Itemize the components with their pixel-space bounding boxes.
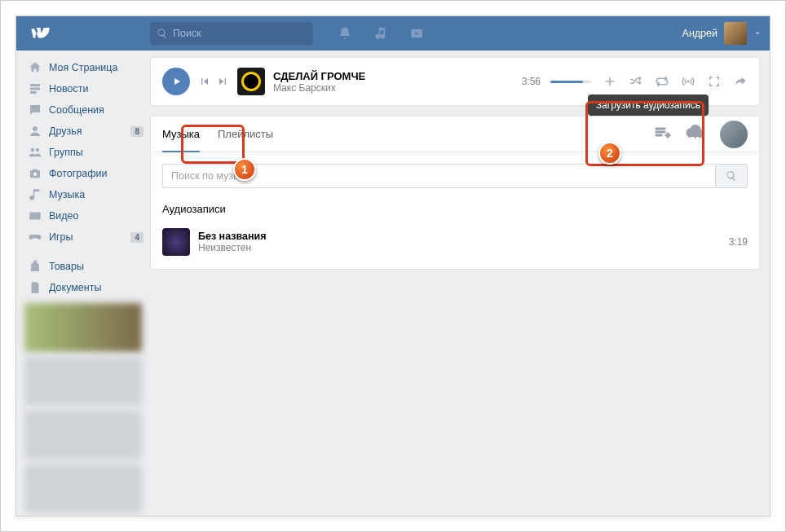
username: Андрей — [682, 28, 718, 39]
svg-point-3 — [36, 148, 40, 152]
news-icon — [28, 81, 42, 96]
sidebar-item-music[interactable]: Музыка — [16, 184, 150, 205]
bell-icon[interactable] — [338, 26, 352, 41]
prev-track-icon[interactable] — [198, 75, 211, 88]
blurred-widget — [24, 411, 142, 459]
audio-title: Без названия — [198, 231, 267, 242]
upload-tooltip: Загрузить аудиозапись — [588, 95, 709, 116]
chevron-down-icon — [753, 29, 762, 37]
audio-duration: 3:19 — [729, 236, 748, 248]
share-icon[interactable] — [733, 74, 748, 89]
games-icon — [28, 230, 42, 244]
tab-music[interactable]: Музыка — [162, 117, 200, 152]
blurred-widget — [24, 464, 142, 513]
avatar — [724, 22, 747, 45]
games-badge: 4 — [130, 232, 144, 243]
global-search-placeholder: Поиск — [173, 28, 201, 39]
user-avatar[interactable] — [720, 121, 748, 148]
topbar-icons — [338, 26, 424, 41]
friends-badge: 8 — [130, 126, 144, 137]
shuffle-icon[interactable] — [629, 74, 643, 89]
track-time: 3:56 — [522, 76, 541, 87]
expand-icon[interactable] — [707, 74, 722, 89]
global-search[interactable]: Поиск — [150, 22, 313, 45]
playlist-add-icon[interactable] — [653, 123, 673, 143]
sidebar-item-friends[interactable]: Друзья8 — [16, 121, 150, 142]
sidebar-item-my-page[interactable]: Моя Страница — [16, 57, 150, 78]
search-icon — [726, 170, 737, 182]
main-content: СДЕЛАЙ ГРОМЧЕ Макс Барских 3:56 Музыка — [150, 51, 770, 517]
play-icon — [171, 76, 183, 87]
music-card: Музыка Плейлисты Загрузить аудиозапись П… — [150, 116, 760, 270]
video-icon — [28, 209, 42, 223]
tab-playlists[interactable]: Плейлисты — [218, 117, 273, 152]
search-icon — [157, 28, 168, 39]
repeat-icon[interactable] — [655, 74, 669, 89]
add-icon[interactable] — [603, 74, 617, 89]
music-icon — [28, 187, 42, 202]
section-title: Аудиозаписи — [151, 200, 759, 225]
audio-row[interactable]: Без названия Неизвестен 3:19 — [151, 225, 759, 259]
messages-icon — [28, 103, 42, 117]
track-artwork — [237, 68, 265, 95]
play-button[interactable] — [162, 68, 190, 95]
blurred-widget — [24, 303, 142, 352]
music-search-input[interactable]: Поиск по музыке — [162, 164, 715, 188]
topbar-user[interactable]: Андрей — [682, 22, 762, 45]
next-track-icon[interactable] — [216, 75, 229, 88]
sidebar-item-video[interactable]: Видео — [16, 205, 150, 226]
sidebar-item-messages[interactable]: Сообщения — [16, 99, 150, 121]
friends-icon — [28, 124, 42, 138]
blurred-widget — [24, 357, 142, 406]
music-search-button[interactable] — [715, 164, 748, 188]
sidebar-item-news[interactable]: Новости — [16, 78, 150, 99]
sidebar-item-photos[interactable]: Фотографии — [16, 163, 150, 184]
sidebar-item-goods[interactable]: Товары — [16, 256, 150, 277]
bag-icon — [28, 259, 42, 274]
upload-icon[interactable] — [686, 123, 705, 143]
svg-point-1 — [33, 126, 38, 131]
sidebar-item-games[interactable]: Игры4 — [16, 226, 150, 248]
broadcast-icon[interactable] — [681, 74, 695, 89]
topbar: Поиск Андрей — [16, 16, 770, 51]
volume-slider[interactable] — [550, 81, 591, 83]
camera-icon — [28, 166, 42, 181]
video-play-icon[interactable] — [409, 26, 424, 41]
home-icon — [28, 60, 42, 75]
audio-artist: Неизвестен — [198, 242, 267, 253]
svg-rect-5 — [29, 213, 41, 220]
svg-point-4 — [33, 173, 38, 177]
sidebar-item-docs[interactable]: Документы — [16, 277, 150, 298]
vk-logo[interactable] — [29, 22, 52, 45]
sidebar: Моя Страница Новости Сообщения Друзья8 Г… — [16, 51, 150, 517]
svg-point-2 — [31, 148, 35, 152]
audio-artwork — [162, 228, 190, 256]
docs-icon — [28, 280, 42, 295]
track-artist: Макс Барских — [273, 82, 365, 94]
sidebar-item-groups[interactable]: Группы — [16, 142, 150, 163]
track-title: СДЕЛАЙ ГРОМЧЕ — [273, 70, 365, 82]
music-note-icon[interactable] — [373, 26, 388, 41]
groups-icon — [28, 145, 42, 160]
